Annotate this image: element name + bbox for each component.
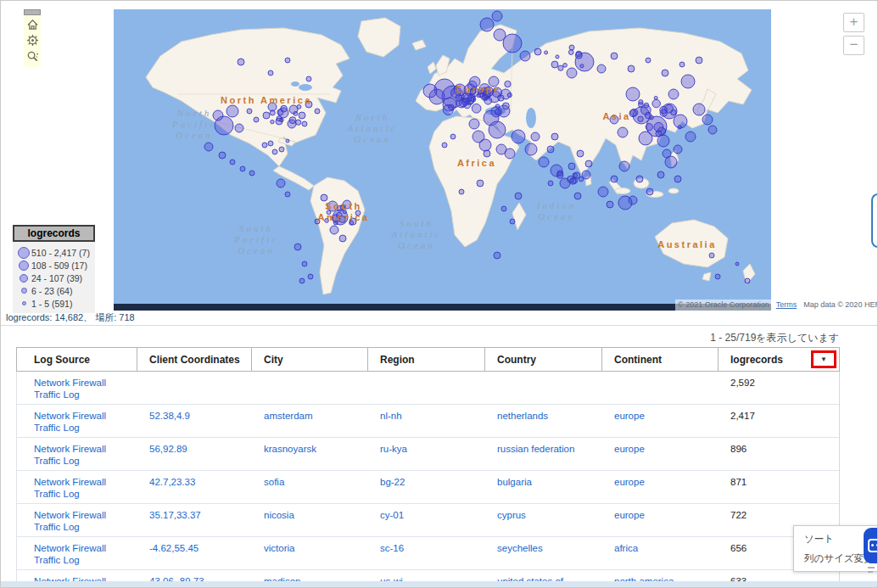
cell-city: krasnoyarsk: [252, 438, 368, 470]
map-data-text: Map data © 2020 HERE: [803, 300, 878, 309]
cell-city: victoria: [252, 537, 368, 569]
legend-bubble-icon: [16, 260, 31, 271]
legend-item-label: 510 - 2,417 (7): [31, 248, 90, 258]
map-attribution: © 2021 Oracle CorporationTermsMap data ©…: [675, 300, 878, 311]
cell-log-source: Network Firewall Traffic Log: [17, 438, 137, 470]
cell-value-link[interactable]: europe: [614, 477, 645, 487]
magnifier-icon[interactable]: [26, 50, 39, 63]
cell-coordinates: -4.62,55.45: [137, 537, 252, 569]
cell-continent: europe: [602, 471, 719, 503]
cell-value-link[interactable]: Network Firewall Traffic Log: [34, 444, 106, 466]
home-icon[interactable]: [26, 19, 39, 31]
legend-item-label: 108 - 509 (17): [31, 260, 87, 271]
legend-item: 24 - 107 (39): [16, 272, 92, 284]
cell-value-link[interactable]: bg-22: [380, 477, 405, 487]
pagination-status: 1 - 25/719を表示しています: [1, 331, 839, 345]
table-row[interactable]: Network Firewall Traffic Log52.38,4.9ams…: [17, 405, 839, 438]
table-header-row: Log Source Client Coordinates City Regio…: [16, 347, 840, 372]
cell-country: netherlands: [485, 405, 602, 437]
cell-region: nl-nh: [368, 405, 485, 437]
cell-region: ru-kya: [368, 438, 485, 470]
cell-value-link[interactable]: seychelles: [497, 543, 543, 553]
cell-value-link[interactable]: 42.7,23.33: [149, 477, 195, 487]
cell-value-link[interactable]: Network Firewall Traffic Log: [34, 411, 106, 433]
column-header-log-source[interactable]: Log Source: [17, 348, 137, 371]
panel-edge-tab[interactable]: [871, 193, 878, 248]
cell-continent: [602, 372, 719, 404]
sort-dropdown-button[interactable]: ▼: [811, 350, 836, 368]
cell-value-link[interactable]: russian federation: [497, 444, 574, 454]
assistant-button[interactable]: [864, 528, 878, 563]
cell-country: bulgaria: [485, 471, 602, 503]
cell-value: 2,417: [730, 411, 755, 421]
cell-value-link[interactable]: africa: [614, 543, 638, 553]
cell-value-link[interactable]: victoria: [264, 543, 294, 553]
cell-value-link[interactable]: europe: [614, 411, 645, 421]
cell-value-link[interactable]: sc-16: [380, 543, 404, 553]
legend-item: 1 - 5 (591): [16, 297, 92, 310]
table-row[interactable]: Network Firewall Traffic Log2,592: [17, 372, 839, 405]
table-row[interactable]: Network Firewall Traffic Log42.7,23.33so…: [17, 471, 839, 504]
world-bubble-map[interactable]: North Pacific OceanNorth Atlantic OceanS…: [114, 9, 771, 311]
cell-value-link[interactable]: cyprus: [497, 510, 526, 520]
column-header-continent[interactable]: Continent: [602, 348, 719, 371]
table-row[interactable]: Network Firewall Traffic Log35.17,33.37n…: [17, 504, 839, 537]
cell-value-link[interactable]: krasnoyarsk: [264, 444, 316, 454]
cell-coordinates: 52.38,4.9: [137, 405, 252, 437]
toolbar-grip[interactable]: [24, 9, 41, 15]
toolbar-body: [24, 15, 41, 67]
cell-value-link[interactable]: cy-01: [380, 510, 404, 520]
cell-value-link[interactable]: nl-nh: [380, 411, 402, 421]
legend-items: 510 - 2,417 (7)108 - 509 (17)24 - 107 (3…: [13, 242, 95, 313]
dash-decoration: [868, 567, 875, 568]
cell-value-link[interactable]: europe: [614, 444, 645, 454]
column-header-logrecords[interactable]: logrecords ▼: [719, 348, 839, 371]
column-header-client-coordinates[interactable]: Client Coordinates: [137, 348, 252, 371]
terms-link[interactable]: Terms: [776, 300, 797, 309]
column-header-city[interactable]: City: [252, 348, 368, 371]
cell-region: cy-01: [368, 504, 485, 536]
cell-value-link[interactable]: amsterdam: [264, 411, 313, 421]
cell-value-link[interactable]: Network Firewall Traffic Log: [34, 477, 106, 499]
cell-value: 722: [730, 510, 747, 520]
legend-title[interactable]: logrecords: [13, 225, 95, 242]
cell-value-link[interactable]: Network Firewall Traffic Log: [34, 543, 106, 565]
zoom-in-button[interactable]: +: [843, 13, 864, 32]
table-row[interactable]: Network Firewall Traffic Log56,92.89kras…: [17, 438, 839, 471]
cell-value-link[interactable]: netherlands: [497, 411, 548, 421]
world-map-canvas: [114, 9, 771, 311]
cell-value-link[interactable]: Network Firewall Traffic Log: [34, 510, 106, 532]
table-body: Network Firewall Traffic Log2,592Network…: [16, 372, 840, 588]
cell-value-link[interactable]: bulgaria: [497, 477, 532, 487]
cell-coordinates: [137, 372, 252, 404]
column-header-region[interactable]: Region: [368, 348, 485, 371]
cell-region: bg-22: [368, 471, 485, 503]
zoom-out-button[interactable]: −: [843, 36, 864, 55]
cell-logrecords: 2,592: [719, 372, 839, 404]
cell-log-source: Network Firewall Traffic Log: [17, 504, 137, 536]
column-header-country[interactable]: Country: [485, 348, 602, 371]
cell-value-link[interactable]: -4.62,55.45: [149, 543, 199, 553]
cell-value-link[interactable]: sofia: [264, 477, 284, 487]
cell-value-link[interactable]: nicosia: [264, 510, 294, 520]
cell-value-link[interactable]: 52.38,4.9: [149, 411, 190, 421]
map-toolbar: [24, 9, 41, 67]
logrecords-header-label: logrecords: [730, 354, 783, 366]
cell-value-link[interactable]: Network Firewall Traffic Log: [34, 378, 106, 400]
cell-value-link[interactable]: 35.17,33.37: [149, 510, 201, 520]
legend-bubble-icon: [16, 301, 31, 305]
legend-item-label: 6 - 23 (64): [31, 286, 72, 296]
oracle-map-analysis-page: North Pacific OceanNorth Atlantic OceanS…: [0, 0, 878, 588]
legend-bubble-icon: [16, 288, 31, 294]
settings-icon[interactable]: [26, 34, 39, 47]
table-row[interactable]: Network Firewall Traffic Log-4.62,55.45v…: [17, 537, 839, 570]
cell-value-link[interactable]: europe: [614, 510, 645, 520]
cell-logrecords: 871: [719, 471, 839, 503]
robot-icon: [868, 539, 878, 552]
cell-value-link[interactable]: ru-kya: [380, 444, 407, 454]
cell-city: amsterdam: [252, 405, 368, 437]
legend-item-label: 1 - 5 (591): [31, 299, 72, 309]
cell-value: 2,592: [730, 378, 755, 388]
cell-value-link[interactable]: 56,92.89: [149, 444, 187, 454]
cell-value: 656: [730, 543, 747, 553]
